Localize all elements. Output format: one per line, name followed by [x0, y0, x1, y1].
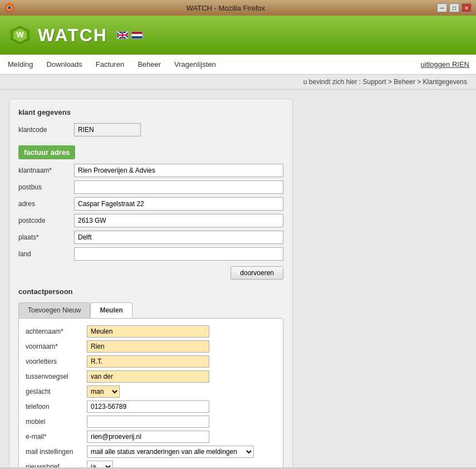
mobiel-label: mobiel: [26, 418, 87, 426]
app-logo-icon: W: [9, 24, 31, 46]
klantnaam-label: klantnaam*: [18, 167, 74, 174]
voornaam-row: voornaam*: [26, 340, 276, 353]
land-label: land: [18, 250, 74, 258]
nav-links: Melding Downloads Facturen Beheer Vragen…: [7, 56, 217, 73]
mobiel-row: mobiel: [26, 416, 276, 428]
breadcrumb: u bevindt zich hier : Support > Beheer >…: [0, 75, 476, 90]
form-panel: klant gegevens klantcode factuur adres k…: [9, 99, 293, 467]
nav-facturen[interactable]: Facturen: [95, 56, 125, 73]
adres-input[interactable]: [74, 197, 283, 211]
telefoon-input[interactable]: [87, 400, 209, 413]
tab-content-meulen: achternaam* voornaam* voorletters tussen…: [18, 318, 283, 467]
contactpersoon-title: contactpersoon: [18, 287, 283, 296]
svg-rect-14: [132, 34, 143, 36]
achternaam-input[interactable]: [87, 325, 209, 338]
nav-bar: Melding Downloads Facturen Beheer Vragen…: [0, 55, 476, 75]
klantnaam-input[interactable]: [74, 164, 283, 177]
land-input[interactable]: [74, 247, 283, 261]
mail-instellingen-row: mail instellingen mail alle status veran…: [26, 446, 276, 458]
klant-gegevens-title: klant gegevens: [18, 108, 283, 116]
app-header: W WATCH: [0, 16, 476, 55]
klantcode-row: klantcode: [18, 123, 283, 136]
close-button[interactable]: ✕: [462, 3, 472, 12]
minimize-button[interactable]: ─: [437, 3, 447, 12]
voorletters-row: voorletters: [26, 355, 276, 368]
flag-nl[interactable]: [131, 31, 143, 39]
tabs-container: Toevoegen Nieuw Meulen achternaam* voorn…: [18, 302, 283, 467]
window-title: WATCH - Mozilla Firefox: [14, 4, 437, 12]
app-title: WATCH: [38, 25, 107, 46]
tab-meulen[interactable]: Meulen: [90, 302, 132, 318]
geslacht-label: geslacht: [26, 388, 87, 395]
adres-label: adres: [18, 200, 74, 208]
voorletters-input[interactable]: [87, 355, 209, 368]
plaats-label: plaats*: [18, 233, 74, 241]
nieuwsbrief-label: nieuwsbrief: [26, 463, 87, 467]
svg-point-2: [8, 6, 11, 9]
klantcode-input[interactable]: [74, 123, 141, 136]
geslacht-row: geslacht man vrouw: [26, 385, 276, 398]
voornaam-label: voornaam*: [26, 343, 87, 350]
land-row: land: [18, 247, 283, 261]
plaats-input[interactable]: [74, 231, 283, 244]
email-row: e-mail*: [26, 431, 276, 443]
breadcrumb-text: u bevindt zich hier : Support > Beheer >…: [303, 78, 467, 86]
window-controls: ─ □ ✕: [437, 3, 472, 12]
telefoon-label: telefoon: [26, 403, 87, 411]
geslacht-select[interactable]: man vrouw: [87, 385, 120, 398]
main-content: klant gegevens klantcode factuur adres k…: [0, 90, 476, 467]
logout-link[interactable]: uitloggen RIEN: [421, 60, 469, 69]
mobiel-input[interactable]: [87, 416, 209, 428]
klant-button-row: doorvoeren: [18, 266, 283, 280]
flag-icons: [116, 31, 143, 39]
svg-rect-15: [132, 36, 143, 38]
firefox-icon: [4, 3, 14, 13]
klant-doorvoeren-button[interactable]: doorvoeren: [230, 266, 283, 280]
tabs-header: Toevoegen Nieuw Meulen: [18, 302, 283, 318]
telefoon-row: telefoon: [26, 400, 276, 413]
window-titlebar: WATCH - Mozilla Firefox ─ □ ✕: [0, 0, 476, 16]
tussenvoegsel-row: tussenvoegsel: [26, 370, 276, 383]
adres-row: adres: [18, 197, 283, 211]
svg-text:W: W: [16, 30, 24, 39]
nav-melding[interactable]: Melding: [7, 56, 35, 73]
nav-downloads[interactable]: Downloads: [46, 56, 84, 73]
postcode-label: postcode: [18, 217, 74, 224]
achternaam-row: achternaam*: [26, 325, 276, 338]
factuur-adres-header: factuur adres: [18, 145, 75, 159]
voorletters-label: voorletters: [26, 358, 87, 365]
nieuwsbrief-row: nieuwsbrief ja nee: [26, 461, 276, 467]
voornaam-input[interactable]: [87, 340, 209, 353]
nieuwsbrief-select[interactable]: ja nee: [87, 461, 113, 467]
postbus-row: postbus: [18, 180, 283, 194]
postbus-label: postbus: [18, 183, 74, 191]
achternaam-label: achternaam*: [26, 328, 87, 335]
email-input[interactable]: [87, 431, 209, 443]
nav-beheer[interactable]: Beheer: [136, 56, 162, 73]
klantnaam-row: klantnaam*: [18, 164, 283, 177]
mail-instellingen-select[interactable]: mail alle status veranderingen van alle …: [87, 446, 254, 458]
postbus-input[interactable]: [74, 180, 283, 194]
klantcode-label: klantcode: [18, 126, 74, 134]
svg-rect-13: [132, 32, 143, 34]
plaats-row: plaats*: [18, 231, 283, 244]
maximize-button[interactable]: □: [449, 3, 459, 12]
tussenvoegsel-label: tussenvoegsel: [26, 373, 87, 380]
postcode-row: postcode: [18, 214, 283, 227]
flag-uk[interactable]: [116, 31, 129, 39]
tussenvoegsel-input[interactable]: [87, 370, 209, 383]
mail-instellingen-label: mail instellingen: [26, 448, 87, 456]
postcode-input[interactable]: [74, 214, 283, 227]
tab-toevoegen[interactable]: Toevoegen Nieuw: [18, 302, 90, 318]
email-label: e-mail*: [26, 433, 87, 441]
nav-vragenlijsten[interactable]: Vragenlijsten: [173, 56, 217, 73]
